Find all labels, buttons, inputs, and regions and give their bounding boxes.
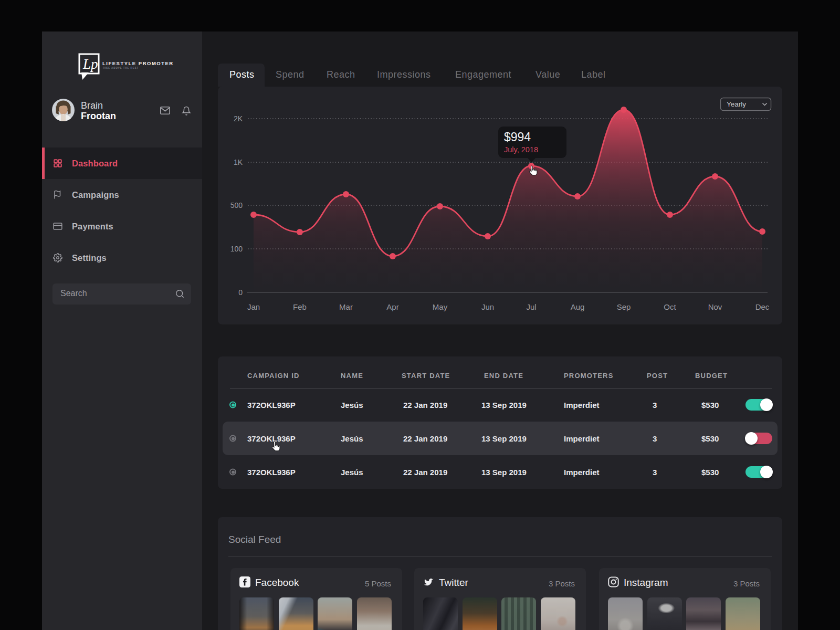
- svg-text:Lp: Lp: [82, 56, 98, 72]
- svg-text:Dec: Dec: [755, 302, 770, 311]
- svg-text:Feb: Feb: [293, 302, 307, 311]
- svg-text:1K: 1K: [234, 158, 243, 166]
- svg-text:2K: 2K: [234, 114, 243, 123]
- svg-text:Nov: Nov: [708, 302, 722, 311]
- svg-text:500: 500: [230, 201, 243, 209]
- svg-text:Sep: Sep: [617, 302, 631, 311]
- svg-text:Jun: Jun: [481, 302, 494, 311]
- svg-text:Mar: Mar: [339, 302, 353, 311]
- svg-text:$994: $994: [504, 130, 531, 144]
- svg-text:Jan: Jan: [247, 302, 260, 311]
- svg-text:Jul: Jul: [526, 302, 536, 311]
- svg-text:Aug: Aug: [571, 302, 585, 311]
- svg-text:Yearly: Yearly: [727, 100, 746, 108]
- svg-text:May: May: [433, 302, 448, 311]
- svg-text:Apr: Apr: [386, 302, 398, 311]
- svg-text:100: 100: [230, 245, 243, 253]
- svg-text:0: 0: [238, 288, 243, 297]
- svg-text:July, 2018: July, 2018: [504, 145, 538, 154]
- svg-text:Oct: Oct: [664, 302, 676, 311]
